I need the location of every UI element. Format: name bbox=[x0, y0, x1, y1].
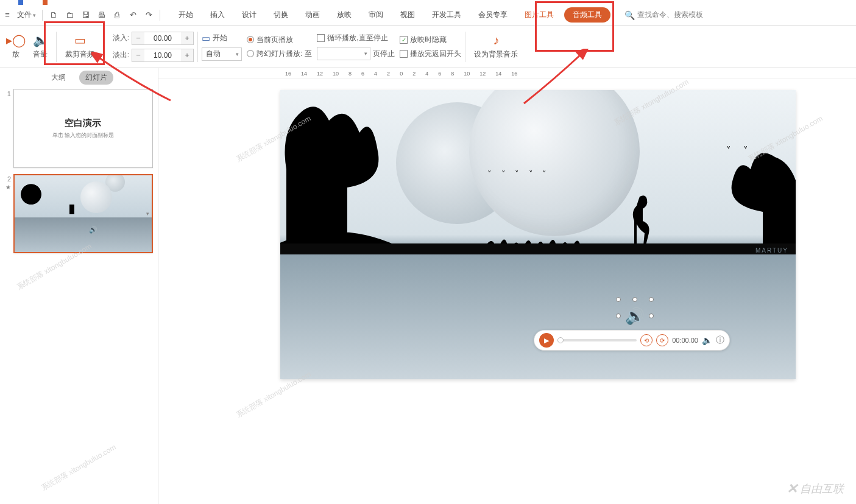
separator bbox=[465, 32, 465, 62]
audio-player: ▶ ⟲ ⟳ 00:00.00 🔈 ⓘ bbox=[534, 330, 730, 351]
tab-picture-tools[interactable]: 图片工具 bbox=[516, 5, 562, 25]
minus-button[interactable]: − bbox=[132, 49, 144, 61]
separator bbox=[160, 10, 160, 21]
ribbon-tabs: 开始 插入 设计 切换 动画 放映 审阅 视图 开发工具 会员专享 图片工具 音… bbox=[170, 5, 612, 25]
animation-star-icon: ★ bbox=[5, 184, 11, 191]
radio-across-slides[interactable] bbox=[247, 50, 254, 57]
play-icon: ▸◯ bbox=[9, 33, 23, 47]
loop-label: 循环播放,直至停止 bbox=[327, 33, 387, 43]
slide-thumbnail[interactable]: 1 空白演示 单击 输入您的封面副标题 bbox=[5, 89, 153, 168]
volume-button[interactable]: 🔈 音量 bbox=[28, 32, 52, 61]
panel-nav: 大纲 幻灯片 bbox=[0, 68, 158, 85]
slide-stage[interactable]: ˅ ˅ ˅ ˅ ˅ ˅ ˅ MARTUY 🔊 ▶ bbox=[280, 90, 796, 379]
slide-number: 1 bbox=[5, 89, 11, 168]
fade-out-label: 淡出: bbox=[107, 50, 129, 60]
tab-vip[interactable]: 会员专享 bbox=[470, 5, 516, 25]
checkbox-loop[interactable] bbox=[317, 34, 325, 42]
play-button[interactable]: ▶ bbox=[539, 333, 554, 348]
nav-slides[interactable]: 幻灯片 bbox=[79, 71, 113, 85]
image-watermark: MARTUY bbox=[755, 247, 788, 254]
resize-handle[interactable] bbox=[616, 297, 621, 302]
search-placeholder: 查找命令、搜索模板 bbox=[637, 10, 703, 20]
prev-button[interactable]: ⟲ bbox=[640, 334, 653, 346]
menu-bar: ≡ 文件 🗋 🗀 🖫 🖶 ⎙ ↶ ↷ 开始 插入 设计 切换 动画 放映 审阅 … bbox=[0, 5, 856, 26]
play-across-suffix: 至 bbox=[305, 49, 312, 59]
tab-review[interactable]: 审阅 bbox=[360, 5, 392, 25]
audio-indicator-icon: 🔊 bbox=[89, 226, 97, 234]
fade-in-spinner[interactable]: − + bbox=[132, 32, 194, 45]
tab-design[interactable]: 设计 bbox=[233, 5, 265, 25]
separator bbox=[197, 32, 198, 62]
tab-animation[interactable]: 动画 bbox=[297, 5, 328, 25]
tab-devtools[interactable]: 开发工具 bbox=[423, 5, 470, 25]
seek-knob[interactable] bbox=[557, 337, 564, 343]
hamburger-icon[interactable]: ≡ bbox=[2, 10, 12, 20]
start-icon: ▭ bbox=[202, 33, 210, 44]
new-icon[interactable]: 🗋 bbox=[49, 10, 58, 20]
workspace: 大纲 幻灯片 1 空白演示 单击 输入您的封面副标题 2 ★ 🔊 bbox=[0, 68, 856, 504]
set-bgm-button[interactable]: ♪ 设为背景音乐 bbox=[469, 32, 523, 61]
plus-button[interactable]: + bbox=[181, 32, 193, 44]
redo-icon[interactable]: ↷ bbox=[144, 10, 154, 20]
fade-in-input[interactable] bbox=[144, 32, 181, 44]
ribbon: ▸◯ 放 🔈 音量 ▭ 裁剪音频 淡入: − + 淡出: bbox=[0, 26, 856, 68]
volume-icon: 🔈 bbox=[33, 33, 48, 47]
play-button[interactable]: ▸◯ 放 bbox=[4, 32, 28, 61]
checkbox-hide[interactable] bbox=[400, 36, 408, 44]
info-icon[interactable]: ⓘ bbox=[716, 335, 724, 346]
flamingo-silhouette bbox=[621, 191, 658, 248]
trim-icon: ▭ bbox=[73, 33, 87, 47]
radio-current-page[interactable] bbox=[247, 36, 254, 43]
birds-silhouette: ˅ ˅ bbox=[726, 145, 753, 156]
audio-object[interactable]: 🔊 bbox=[618, 299, 651, 332]
save-icon[interactable]: 🖫 bbox=[80, 10, 90, 20]
print-icon[interactable]: 🖶 bbox=[96, 10, 106, 20]
resize-handle[interactable] bbox=[616, 313, 621, 318]
plus-button[interactable]: + bbox=[181, 49, 193, 61]
preview-icon[interactable]: ⎙ bbox=[112, 10, 122, 20]
quick-access: 🗋 🗀 🖫 🖶 ⎙ ↶ ↷ bbox=[49, 10, 154, 20]
seek-track[interactable] bbox=[557, 339, 637, 341]
slide-subtitle: 单击 输入您的封面副标题 bbox=[52, 131, 115, 139]
search-icon: 🔍 bbox=[624, 10, 635, 20]
birds-silhouette: ˅ ˅ ˅ ˅ ˅ bbox=[487, 169, 550, 178]
horizontal-ruler: 1614121086420246810121416 bbox=[158, 68, 856, 79]
checkbox-rewind[interactable] bbox=[400, 50, 408, 58]
trim-audio-button[interactable]: ▭ 裁剪音频 bbox=[60, 32, 99, 61]
separator bbox=[103, 32, 104, 62]
resize-handle[interactable] bbox=[649, 297, 654, 302]
fade-out-spinner[interactable]: − + bbox=[132, 49, 194, 62]
open-icon[interactable]: 🗀 bbox=[65, 10, 74, 20]
start-mode-select[interactable]: 自动 bbox=[202, 47, 242, 61]
brand-watermark: 自由互联 bbox=[787, 481, 844, 497]
tab-slideshow[interactable]: 放映 bbox=[328, 5, 360, 25]
tab-view[interactable]: 视图 bbox=[392, 5, 423, 25]
separator bbox=[42, 10, 43, 21]
play-across-label: 跨幻灯片播放: bbox=[256, 49, 302, 59]
file-menu[interactable]: 文件 bbox=[13, 7, 40, 23]
nav-outline[interactable]: 大纲 bbox=[45, 71, 72, 85]
tab-audio-tools[interactable]: 音频工具 bbox=[564, 7, 610, 23]
canvas-area: 1614121086420246810121416 ˅ ˅ ˅ ˅ ˅ ˅ ˅ … bbox=[158, 68, 856, 504]
minus-button[interactable]: − bbox=[132, 32, 144, 44]
volume-icon[interactable]: 🔈 bbox=[702, 335, 712, 345]
slide-panel: 大纲 幻灯片 1 空白演示 单击 输入您的封面副标题 2 ★ 🔊 bbox=[0, 68, 158, 504]
page-stop-label: 页停止 bbox=[373, 49, 395, 59]
time-display: 00:00.00 bbox=[672, 337, 698, 344]
start-label: 开始 bbox=[213, 33, 227, 43]
tab-insert[interactable]: 插入 bbox=[202, 5, 233, 25]
tab-transition[interactable]: 切换 bbox=[265, 5, 297, 25]
slide-title: 空白演示 bbox=[65, 117, 101, 129]
tab-start[interactable]: 开始 bbox=[170, 5, 202, 25]
search-box[interactable]: 🔍 查找命令、搜索模板 bbox=[624, 10, 703, 20]
slide-thumbnail[interactable]: 2 ★ 🔊 bbox=[5, 174, 153, 253]
hide-label: 放映时隐藏 bbox=[410, 35, 447, 45]
resize-handle[interactable] bbox=[649, 313, 654, 318]
next-button[interactable]: ⟳ bbox=[656, 334, 668, 346]
stop-at-select[interactable] bbox=[317, 47, 370, 60]
fade-out-input[interactable] bbox=[144, 49, 181, 61]
slide-number: 2 bbox=[5, 174, 11, 183]
undo-icon[interactable]: ↶ bbox=[128, 10, 138, 20]
speaker-icon: 🔊 bbox=[624, 306, 645, 326]
resize-handle[interactable] bbox=[632, 297, 637, 302]
